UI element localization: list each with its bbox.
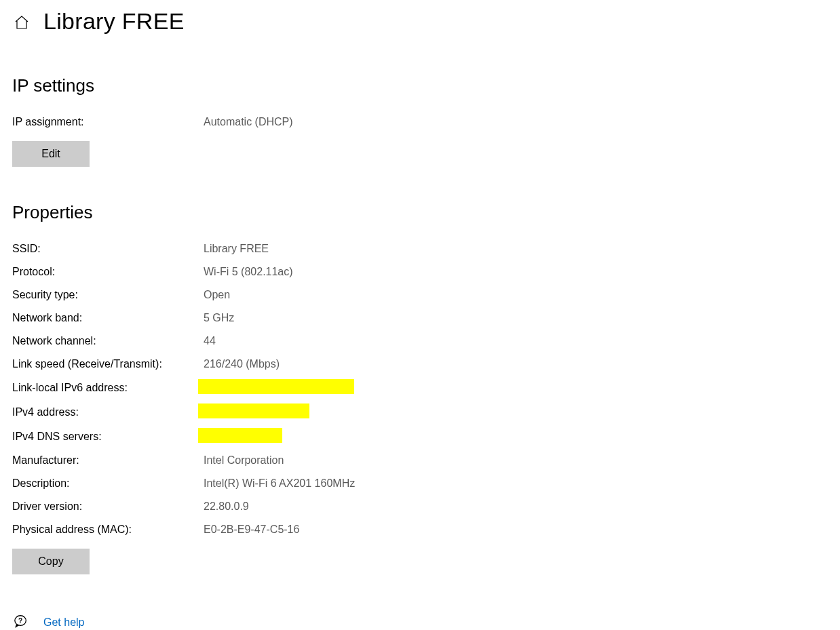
property-label: Driver version:: [12, 500, 191, 513]
get-help-link[interactable]: Get help: [43, 616, 84, 629]
property-row: IPv4 DNS servers:: [12, 428, 828, 446]
property-label: Link speed (Receive/Transmit):: [12, 358, 191, 370]
property-label: Network channel:: [12, 335, 191, 347]
property-value: Wi-Fi 5 (802.11ac): [204, 266, 293, 278]
property-label: Description:: [12, 477, 191, 490]
edit-button[interactable]: Edit: [12, 141, 90, 167]
property-row: Manufacturer:Intel Corporation: [12, 452, 828, 469]
property-value: Open: [204, 289, 230, 301]
property-label: Manufacturer:: [12, 454, 191, 467]
ip-settings-heading: IP settings: [12, 75, 828, 96]
property-label: Network band:: [12, 312, 191, 324]
property-row: Physical address (MAC):E0-2B-E9-47-C5-16: [12, 521, 828, 538]
property-value: Intel Corporation: [204, 454, 284, 467]
property-label: Link-local IPv6 address:: [12, 382, 191, 394]
copy-button[interactable]: Copy: [12, 549, 90, 574]
property-value: 216/240 (Mbps): [204, 358, 280, 370]
property-value: 44: [204, 335, 216, 347]
property-row: IPv4 address:: [12, 403, 828, 421]
property-row: Security type:Open: [12, 287, 828, 303]
page-title: Library FREE: [43, 8, 185, 35]
help-icon: ?: [14, 614, 28, 630]
property-row: Protocol:Wi-Fi 5 (802.11ac): [12, 264, 828, 280]
properties-heading: Properties: [12, 202, 828, 223]
property-label: Security type:: [12, 289, 191, 301]
redacted-value: [198, 428, 282, 443]
ip-assignment-value: Automatic (DHCP): [204, 116, 293, 128]
svg-text:?: ?: [18, 617, 22, 625]
property-label: Physical address (MAC):: [12, 524, 191, 536]
property-row: SSID:Library FREE: [12, 241, 828, 257]
property-label: SSID:: [12, 243, 191, 255]
property-value: Intel(R) Wi-Fi 6 AX201 160MHz: [204, 477, 355, 490]
property-value: E0-2B-E9-47-C5-16: [204, 524, 299, 536]
redacted-value: [198, 379, 354, 394]
property-row: Link speed (Receive/Transmit):216/240 (M…: [12, 356, 828, 372]
property-row: Network channel:44: [12, 333, 828, 349]
property-value: Library FREE: [204, 243, 269, 255]
property-value: 5 GHz: [204, 312, 234, 324]
redacted-value: [198, 403, 309, 418]
property-row: Description:Intel(R) Wi-Fi 6 AX201 160MH…: [12, 475, 828, 492]
property-label: Protocol:: [12, 266, 191, 278]
home-icon[interactable]: [14, 10, 30, 33]
property-row: Network band:5 GHz: [12, 310, 828, 326]
ip-assignment-label: IP assignment:: [12, 116, 191, 128]
property-label: IPv4 address:: [12, 406, 191, 418]
property-label: IPv4 DNS servers:: [12, 431, 191, 443]
property-row: Driver version:22.80.0.9: [12, 498, 828, 515]
property-row: Link-local IPv6 address:: [12, 379, 828, 397]
property-value: 22.80.0.9: [204, 500, 249, 513]
